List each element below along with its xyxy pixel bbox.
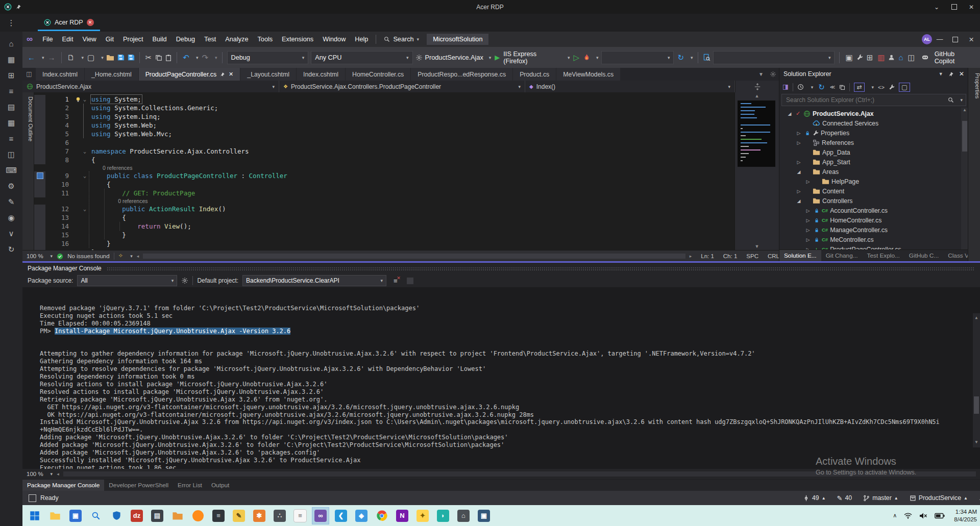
document-outline-tab[interactable]: Document Outline [22,92,34,250]
editor-zoom-level[interactable]: 100 % [27,253,43,259]
code-line-10[interactable]: 10 { [34,180,734,189]
tree-arrow-icon[interactable]: ▷ [805,247,811,250]
panel-grip[interactable] [107,267,975,270]
window-chevron-button[interactable]: ⌄ [928,0,945,14]
run-target-button[interactable]: IIS Express (Firefox) [503,51,562,65]
tray-expand-icon[interactable]: ∧ [893,512,897,519]
code-line-4[interactable]: 4using System.Web; [34,121,734,130]
menu-item-window[interactable]: Window [318,32,350,47]
tree-arrow-icon[interactable]: ▷ [796,160,802,165]
taskbar-icon-bee-app[interactable]: ✦ [414,508,431,524]
tree-arrow-icon[interactable]: ◢ [787,111,793,116]
tree-item-mecontroller-cs[interactable]: ▷C#MeController.cs [779,235,968,244]
save-icon[interactable] [117,54,125,61]
paste-icon[interactable] [165,54,172,61]
toggle-views-icon[interactable]: ◫ [22,68,36,81]
sidebar-home-icon[interactable]: ⌂ [0,36,22,52]
taskbar-icon-onenote[interactable]: N [394,508,410,524]
background-tasks-icon[interactable] [29,494,36,502]
sidebar-outline-list-icon[interactable]: ≡ [0,83,22,99]
tree-item-accountcontroller-cs[interactable]: ▷C#AccountController.cs [779,206,968,215]
document-tab-3[interactable]: _Layout.cshtml [240,68,296,81]
save-all-icon[interactable] [127,54,135,61]
tree-item-connected-services[interactable]: Connected Services [779,118,968,128]
menu-item-analyze[interactable]: Analyze [220,32,253,47]
navigate-back-icon[interactable]: ← [27,53,36,62]
copy-view-icon[interactable] [839,84,845,90]
taskbar-icon-defender-shield[interactable] [108,508,125,524]
menu-item-git[interactable]: Git [101,32,118,47]
panel-close-icon[interactable]: ✕ [959,70,964,78]
sidebar-detail-list-icon[interactable]: ▤ [0,99,22,115]
code-line-16[interactable]: 16 } [34,239,734,248]
tree-scrollbar[interactable]: ▲ [961,108,968,249]
vs-close-button[interactable]: ✕ [963,36,980,43]
taskbar-icon-firefox[interactable] [190,508,206,524]
solution-search-box[interactable]: ▾ [781,94,966,106]
console-scrollbar[interactable]: ▲▼ [973,313,980,447]
sidebar-grid-view-icon[interactable]: ▦ [0,115,22,131]
menu-item-debug[interactable]: Debug [172,32,200,47]
run-without-debug-icon[interactable]: ▷ [572,53,580,62]
github-copilot-icon[interactable] [921,54,929,61]
console-tab-developer-powershell[interactable]: Developer PowerShell [104,480,173,491]
taskbar-icon-editor-yellow[interactable]: ✎ [231,508,247,524]
code-line-12[interactable]: 12⌄ public ActionResult Index() [34,205,734,213]
tree-item-managecontroller-cs[interactable]: ▷C#ManageController.cs [779,225,968,235]
code-line-2[interactable]: 2using System.Collections.Generic; [34,104,734,112]
pending-edits-button[interactable]: ✎40 [837,494,852,502]
code-line-3[interactable]: 3using System.Linq; [34,112,734,121]
code-line-11[interactable]: 11 // GET: ProductPage [34,189,734,197]
battery-icon[interactable] [935,513,945,519]
tree-item-app-data[interactable]: App_Data [779,147,968,157]
solution-name-button[interactable]: MicrosoftSolution [427,34,488,45]
tree-arrow-icon[interactable]: ▷ [805,218,811,223]
document-tab-4[interactable]: Index.cshtml [297,68,345,81]
tab-list-chevron-icon[interactable]: ▼ [755,68,767,81]
document-tab-8[interactable]: MeViewModels.cs [556,68,620,81]
console-hscroll-left-icon[interactable]: ◂ [57,471,59,477]
taskbar-icon-device-app[interactable]: ▤ [149,508,165,524]
code-region[interactable]: 1⌄using System;2using System.Collections… [34,92,734,250]
hscroll-right-icon[interactable]: ▸ [690,254,692,259]
menu-item-view[interactable]: View [78,32,101,47]
startup-project-dropdown[interactable]: ProductService.Ajax [425,54,483,61]
search-control[interactable]: Search ▾ [379,32,424,47]
taskbar-icon-file-explorer[interactable] [47,508,63,524]
stop-icon[interactable] [407,278,413,284]
taskbar-icon-projects-folder[interactable] [169,508,186,524]
editor-scrollbar-minimap[interactable]: ▲ ▼ [734,92,779,250]
console-tab-error-list[interactable]: Error List [173,480,207,491]
taskbar-icon-chrome[interactable] [374,508,390,524]
wrench-icon[interactable] [856,54,863,61]
tree-item-homecontroller-cs[interactable]: ▷C#HomeController.cs [779,215,968,225]
menu-item-help[interactable]: Help [350,32,373,47]
vs-maximize-button[interactable] [947,37,963,42]
fold-marker[interactable]: ⌄ [83,148,91,154]
code-line-14[interactable]: 14 return View(); [34,222,734,231]
menu-item-tools[interactable]: Tools [253,32,277,47]
taskbar-icon-notepad[interactable]: ≡ [292,508,308,524]
taskbar-icon-paint-app[interactable]: ✱ [251,508,267,524]
window-close-button[interactable]: ✕ [963,0,980,14]
tab-pin-icon[interactable] [220,72,225,77]
minimap[interactable] [738,101,775,167]
search-icon[interactable] [948,97,954,103]
fold-marker[interactable]: ⌄ [83,96,91,102]
tree-arrow-icon[interactable]: ▷ [796,131,802,136]
code-line-8[interactable]: 8{ [34,156,734,164]
package-source-settings-icon[interactable] [181,277,188,284]
branch-button[interactable]: master▲ [863,494,898,502]
document-tab-0[interactable]: Index.cshtml [36,68,84,81]
taskbar-icon-dev-tool-red[interactable]: dz [129,508,145,524]
tree-arrow-icon[interactable]: ▷ [796,189,802,194]
copy-icon[interactable] [155,54,162,61]
breadcrumb-segment-2[interactable]: ◆ Index()▾ [525,81,735,92]
profile-dropdown[interactable]: ▾ [601,51,674,64]
editor-split-handle[interactable] [735,81,779,92]
code-line-13[interactable]: 13 { [34,213,734,222]
document-tab-6[interactable]: ProductRespo...edResponse.cs [411,68,512,81]
tree-item-references[interactable]: ▷References [779,138,968,147]
codelens-references[interactable]: 0 references [34,164,734,171]
sidebar-refresh-icon[interactable]: ↻ [0,241,22,257]
